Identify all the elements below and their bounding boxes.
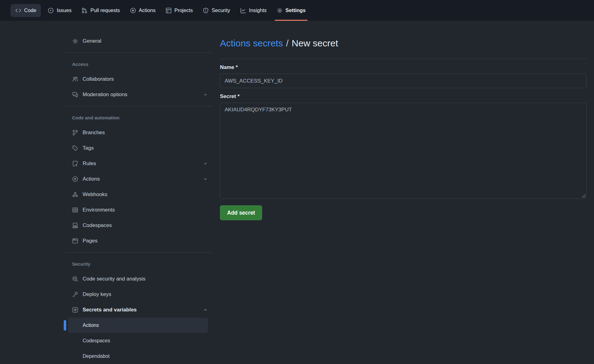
- sidebar-divider: [64, 106, 212, 106]
- tab-issues[interactable]: Issues: [45, 0, 75, 21]
- new-secret-panel: Actions secrets/New secret Name * Secret…: [212, 21, 594, 220]
- sidebar-item-collaborators[interactable]: Collaborators: [64, 71, 212, 87]
- sidebar-subitem-codespaces[interactable]: Codespaces: [68, 333, 208, 349]
- graph-icon: [240, 7, 246, 14]
- sidebar-item-label: Branches: [83, 130, 105, 136]
- shield-icon: [203, 7, 209, 14]
- sidebar-item-label: Code security and analysis: [83, 276, 145, 282]
- sidebar-item-pages[interactable]: Pages: [64, 233, 212, 249]
- tab-pull-requests[interactable]: Pull requests: [78, 0, 123, 21]
- settings-sidebar: General Access Collaborators Moderation …: [64, 21, 212, 364]
- gear-icon: [277, 7, 283, 14]
- sidebar-item-code-security-and-analysis[interactable]: Code security and analysis: [64, 271, 212, 287]
- resize-grip-icon[interactable]: [582, 194, 586, 198]
- sidebar-item-rules[interactable]: Rules: [64, 156, 212, 171]
- tab-code[interactable]: Code: [11, 4, 41, 17]
- sidebar-item-general[interactable]: General: [64, 33, 212, 49]
- sidebar-item-label: Environments: [83, 207, 115, 213]
- tab-label: Issues: [57, 7, 71, 13]
- webhook-icon: [72, 191, 78, 198]
- tab-label: Projects: [174, 7, 193, 13]
- sidebar-divider: [64, 53, 212, 53]
- sidebar-item-label: Secrets and variables: [83, 307, 137, 313]
- tab-actions[interactable]: Actions: [127, 0, 159, 21]
- sidebar-subitem-dependabot[interactable]: Dependabot: [68, 349, 208, 364]
- tab-label: Security: [212, 7, 230, 13]
- tab-security[interactable]: Security: [200, 0, 233, 21]
- sidebar-item-tags[interactable]: Tags: [64, 140, 212, 156]
- add-secret-button[interactable]: Add secret: [220, 205, 262, 220]
- sidebar-section-access: Access: [64, 57, 212, 71]
- sidebar-item-moderation-options[interactable]: Moderation options: [64, 87, 212, 102]
- tab-label: Settings: [286, 7, 306, 13]
- sidebar-item-actions[interactable]: Actions: [64, 171, 212, 187]
- sidebar-item-branches[interactable]: Branches: [64, 125, 212, 140]
- chevron-down-icon: [203, 161, 208, 166]
- chevron-up-icon: [203, 307, 208, 312]
- sidebar-item-label: Moderation options: [83, 92, 127, 98]
- sidebar-section-code-and-automation: Code and automation: [64, 110, 212, 125]
- name-label: Name *: [220, 64, 587, 71]
- code-icon: [15, 7, 21, 14]
- sidebar-item-label: Codespaces: [83, 222, 112, 229]
- key-asterisk-icon: [72, 307, 78, 313]
- tab-label: Actions: [139, 7, 156, 13]
- git-pull-request-icon: [81, 7, 88, 14]
- sidebar-item-label: Tags: [83, 145, 94, 151]
- actions-secrets-link[interactable]: Actions secrets: [220, 38, 283, 48]
- sidebar-item-label: Actions: [83, 176, 100, 182]
- comment-discussion-icon: [72, 92, 78, 98]
- tab-label: Insights: [249, 7, 267, 13]
- sidebar-item-label: Webhooks: [83, 191, 107, 198]
- gear-icon: [72, 38, 78, 44]
- sidebar-item-deploy-keys[interactable]: Deploy keys: [64, 287, 212, 302]
- people-icon: [72, 76, 78, 82]
- secret-value-wrapper: [220, 103, 587, 199]
- server-icon: [72, 207, 78, 213]
- sidebar-item-codespaces[interactable]: Codespaces: [64, 218, 212, 233]
- table-icon: [166, 7, 172, 14]
- codescan-icon: [72, 276, 78, 282]
- rules-icon: [72, 161, 78, 167]
- sidebar-item-label: General: [83, 38, 101, 44]
- title-divider: [220, 59, 587, 59]
- repo-nav: Code Issues Pull requests Actions Projec…: [0, 0, 594, 21]
- tag-icon: [72, 145, 78, 151]
- chevron-down-icon: [203, 92, 208, 97]
- git-branch-icon: [72, 130, 78, 136]
- page-title: Actions secrets/New secret: [220, 37, 587, 49]
- chevron-down-icon: [203, 177, 208, 182]
- sidebar-subitem-actions-selected[interactable]: Actions: [68, 318, 208, 333]
- tab-insights[interactable]: Insights: [237, 0, 270, 21]
- secret-name-input[interactable]: [220, 74, 587, 88]
- sidebar-item-label: Collaborators: [83, 76, 114, 82]
- sidebar-item-label: Pages: [83, 238, 97, 244]
- sidebar-subitem-label: Actions: [83, 323, 99, 328]
- sidebar-subitem-label: Dependabot: [83, 353, 110, 359]
- sidebar-item-webhooks[interactable]: Webhooks: [64, 187, 212, 202]
- browser-icon: [72, 238, 78, 244]
- breadcrumb-separator: /: [286, 38, 288, 48]
- tab-projects[interactable]: Projects: [162, 0, 196, 21]
- selected-indicator-bar: [64, 320, 66, 331]
- tab-settings[interactable]: Settings: [273, 0, 309, 21]
- play-icon: [72, 176, 78, 182]
- sidebar-section-security: Security: [64, 256, 212, 271]
- sidebar-divider: [64, 252, 212, 253]
- sidebar-subitem-label: Codespaces: [83, 338, 110, 344]
- play-icon: [130, 7, 136, 14]
- codespaces-icon: [72, 222, 78, 229]
- key-icon: [72, 291, 78, 298]
- secret-value-textarea[interactable]: [220, 103, 587, 199]
- page-title-current: New secret: [292, 38, 338, 48]
- tab-label: Pull requests: [90, 7, 120, 13]
- sidebar-item-label: Deploy keys: [83, 291, 111, 298]
- sidebar-item-label: Rules: [83, 161, 96, 167]
- secret-label: Secret *: [220, 93, 587, 100]
- sidebar-item-environments[interactable]: Environments: [64, 202, 212, 218]
- sidebar-item-secrets-and-variables[interactable]: Secrets and variables: [64, 302, 212, 318]
- tab-label: Code: [24, 7, 36, 13]
- issue-opened-icon: [48, 7, 54, 14]
